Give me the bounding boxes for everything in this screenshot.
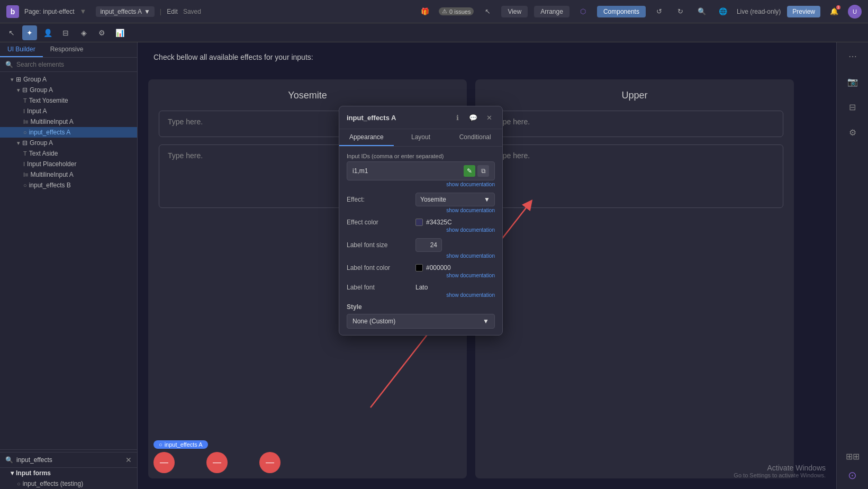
right-panel-grid-icon[interactable]: ⊞⊞ bbox=[843, 447, 862, 466]
tree-label: Group A bbox=[30, 139, 53, 147]
right-panel-dots-icon[interactable]: ⋯ bbox=[843, 47, 862, 66]
label-font-color-label: Label font color bbox=[347, 264, 415, 271]
tree-item-text-aside[interactable]: T Text Aside bbox=[0, 148, 137, 159]
tree-item-input-placeholder[interactable]: I Input Placeholder bbox=[0, 159, 137, 169]
search-elements-input[interactable] bbox=[16, 61, 132, 68]
sidebar: UI Builder Responsive 🔍 ▾ ⊞ Group A ▾ ⊟ … bbox=[0, 42, 138, 489]
layers-icon[interactable]: ⊟ bbox=[58, 25, 73, 40]
close-icon[interactable]: ✕ bbox=[483, 112, 495, 123]
data-icon[interactable]: ◈ bbox=[76, 25, 91, 40]
tree-item-group-a-3[interactable]: ▾ ⊟ Group A bbox=[0, 138, 137, 148]
input-preview-3[interactable]: Type here. bbox=[486, 111, 783, 137]
label-font-color-swatch[interactable] bbox=[415, 264, 423, 271]
live-label: Live (read-only) bbox=[737, 8, 781, 15]
right-panel-layers-icon[interactable]: ⊟ bbox=[843, 97, 862, 116]
page-name: input-effect bbox=[43, 8, 74, 15]
circle-small-icon: ○ bbox=[159, 441, 162, 448]
flow-name: input_effects A bbox=[100, 8, 142, 15]
tree-item-input-effects-testing[interactable]: ○ input_effects (testing) bbox=[0, 478, 137, 489]
redo-icon[interactable]: ↻ bbox=[673, 4, 688, 19]
tree-item-group-a-2[interactable]: ▾ ⊟ Group A bbox=[0, 85, 137, 95]
cursor-tool-icon[interactable]: ↖ bbox=[4, 25, 19, 40]
undo-icon[interactable]: ↺ bbox=[652, 4, 667, 19]
tab-conditional[interactable]: Conditional bbox=[448, 129, 502, 146]
tab-responsive[interactable]: Responsive bbox=[43, 42, 91, 57]
grid-icon: ⊞ bbox=[16, 76, 21, 83]
circle-icon: ○ bbox=[17, 481, 21, 487]
right-panel-camera-icon[interactable]: 📷 bbox=[843, 72, 862, 91]
people-icon[interactable]: 👤 bbox=[40, 25, 55, 40]
selected-element-label: input_effects A bbox=[165, 441, 203, 448]
show-doc-1[interactable]: show documentation bbox=[347, 182, 495, 187]
effect-dropdown[interactable]: Yosemite ▼ bbox=[415, 193, 495, 206]
cube-icon: ⬡ bbox=[576, 4, 591, 19]
settings-icon[interactable]: ⚙ bbox=[94, 25, 109, 40]
user-avatar[interactable]: U bbox=[848, 5, 862, 19]
tree-item-input-effects-b[interactable]: ○ input_effects B bbox=[0, 180, 137, 191]
app-logo: b bbox=[6, 5, 19, 18]
show-doc-2[interactable]: show documentation bbox=[347, 207, 495, 213]
issues-badge[interactable]: ⚠ 0 issues bbox=[439, 7, 474, 15]
label-font-size-value-col: 24 bbox=[415, 238, 495, 252]
arrange-button[interactable]: Arrange bbox=[534, 6, 569, 17]
selected-element-tag-row: ○ input_effects A bbox=[153, 440, 281, 449]
col2-label: Upper bbox=[486, 90, 783, 101]
tree-item-text-yosemite[interactable]: T Text Yosemite bbox=[0, 95, 137, 106]
pointer-tool-icon[interactable]: ✦ bbox=[22, 25, 37, 40]
chevron-icon: ▾ bbox=[17, 87, 20, 94]
notification-icon[interactable]: 🔔1 bbox=[827, 4, 842, 19]
effect-color-label: Effect color bbox=[347, 219, 415, 226]
tree-item-input-effects-a[interactable]: ○ input_effects A bbox=[0, 127, 137, 138]
label-font-size-input[interactable]: 24 bbox=[415, 238, 442, 252]
tab-layout[interactable]: Layout bbox=[394, 129, 448, 146]
effect-color-swatch[interactable] bbox=[415, 219, 423, 226]
selected-element-area: ○ input_effects A — — — bbox=[153, 440, 281, 473]
component-search-input[interactable] bbox=[16, 456, 122, 464]
minus-icon: — bbox=[160, 458, 168, 467]
cursor-icon[interactable]: ↖ bbox=[480, 4, 495, 19]
comment-icon[interactable]: 💬 bbox=[467, 112, 479, 123]
tree-item-input-a[interactable]: I Input A bbox=[0, 106, 137, 116]
tree-item-group-a-1[interactable]: ▾ ⊞ Group A bbox=[0, 74, 137, 85]
tree-item-input-forms[interactable]: ▾ Input forms bbox=[0, 468, 137, 478]
show-doc-4[interactable]: show documentation bbox=[347, 253, 495, 259]
multiline-icon: I≡ bbox=[23, 119, 28, 125]
header-text: Check bellow all available effects for y… bbox=[153, 53, 313, 61]
info-icon[interactable]: ℹ bbox=[451, 112, 463, 123]
style-dropdown[interactable]: None (Custom) ▼ bbox=[347, 314, 495, 329]
tree-item-multiline-a[interactable]: I≡ MultilineInput A bbox=[0, 116, 137, 127]
view-button[interactable]: View bbox=[501, 6, 528, 17]
saved-label: Saved bbox=[183, 8, 201, 15]
show-doc-6[interactable]: show documentation bbox=[347, 292, 495, 298]
clear-search-icon[interactable]: ✕ bbox=[125, 456, 132, 464]
right-panel-gear-icon[interactable]: ⚙ bbox=[843, 123, 862, 142]
input-preview-4[interactable]: Type here. bbox=[486, 144, 783, 208]
show-doc-3[interactable]: show documentation bbox=[347, 227, 495, 233]
input-ids-field[interactable]: i1,m1 ✎ ⧉ bbox=[347, 161, 495, 180]
sidebar-divider bbox=[0, 449, 137, 450]
flow-dropdown[interactable]: input_effects A ▼ bbox=[96, 6, 154, 17]
edit-label: Edit bbox=[167, 8, 178, 15]
chevron-icon: ▾ bbox=[17, 140, 20, 147]
search-icon[interactable]: 🔍 bbox=[694, 4, 709, 19]
red-circle-2: — bbox=[206, 452, 228, 473]
chart-icon[interactable]: 📊 bbox=[112, 25, 127, 40]
tree-item-multiline-a2[interactable]: I≡ MultilineInput A bbox=[0, 169, 137, 180]
right-panel-avatar-icon[interactable]: ⊙ bbox=[843, 466, 862, 485]
component-search-bar[interactable]: 🔍 ✕ bbox=[0, 452, 137, 468]
element-search-bar[interactable]: 🔍 bbox=[0, 58, 137, 72]
topbar-right: 🎁 ⚠ 0 issues ↖ View Arrange ⬡ Components… bbox=[418, 4, 862, 19]
edit-green-icon[interactable]: ✎ bbox=[464, 165, 475, 177]
show-doc-5[interactable]: show documentation bbox=[347, 273, 495, 278]
effect-color-hex: #34325C bbox=[426, 219, 452, 226]
preview-button[interactable]: Preview bbox=[787, 6, 820, 17]
gift-icon[interactable]: 🎁 bbox=[418, 4, 432, 19]
input-ids-value: i1,m1 bbox=[352, 167, 368, 175]
right-panel-bottom: ⊞⊞ ⊙ bbox=[843, 447, 862, 485]
components-button[interactable]: Components bbox=[597, 6, 646, 17]
tab-ui-builder[interactable]: UI Builder bbox=[0, 42, 43, 57]
tab-appearance[interactable]: Appearance bbox=[339, 129, 394, 146]
page-label: Page: bbox=[24, 8, 41, 15]
copy-dark-icon[interactable]: ⧉ bbox=[477, 165, 489, 177]
tree-label: Text Aside bbox=[29, 150, 58, 157]
